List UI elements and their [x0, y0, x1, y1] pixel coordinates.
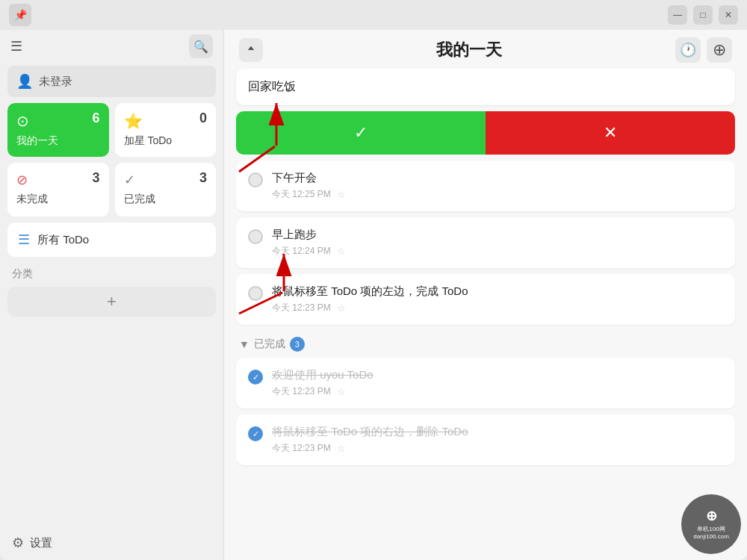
card-my-day[interactable]: ⊙ 我的一天 6: [7, 103, 109, 157]
main-content: 我的一天 🕐 ⊕ 回家吃饭 ✓: [224, 30, 747, 560]
completed-time-0: 今天 12:23 PM: [272, 385, 331, 398]
todo-check-0[interactable]: ✓: [248, 370, 263, 385]
todo-item-2[interactable]: 将鼠标移至 ToDo 项的左边，完成 ToDo 今天 12:23 PM ☆: [236, 274, 735, 325]
completed-section-header[interactable]: ▼ 已完成 3: [236, 331, 735, 358]
title-bar: 📌 — □ ✕: [0, 0, 747, 30]
completed-body-1: 将鼠标移至 ToDo 项的右边，删除 ToDo 今天 12:23 PM ☆: [272, 425, 723, 455]
menu-icon[interactable]: ☰: [10, 38, 22, 55]
todo-title-0: 下午开会: [272, 171, 723, 185]
todo-star-2[interactable]: ☆: [337, 302, 346, 314]
card-completed[interactable]: ✓ 已完成 3: [115, 163, 217, 217]
todo-body-0: 下午开会 今天 12:25 PM ☆: [272, 171, 723, 201]
sidebar-top-bar: ☰ 🔍: [0, 30, 223, 63]
complete-button[interactable]: ✓: [236, 111, 486, 155]
todo-star-1[interactable]: ☆: [337, 246, 346, 257]
completed-star-0[interactable]: ☆: [337, 386, 346, 397]
settings-icon: ⚙: [12, 535, 24, 551]
history-button[interactable]: 🕐: [675, 37, 701, 63]
section-title: 分类: [0, 260, 223, 284]
sidebar: ☰ 🔍 👤 未登录 ⊙ 我的一天 6 ⭐ 加: [0, 30, 224, 560]
user-section[interactable]: 👤 未登录: [7, 66, 216, 97]
todo-time-2: 今天 12:23 PM: [272, 302, 331, 314]
search-button[interactable]: 🔍: [189, 34, 213, 58]
todo-list: 回家吃饭 ✓ ✕ 下午开会 今: [224, 69, 747, 560]
pin-button[interactable]: 📌: [9, 4, 31, 26]
incomplete-icon: ⊘: [16, 172, 100, 188]
completed-star-1[interactable]: ☆: [337, 443, 346, 454]
nav-button[interactable]: [239, 38, 263, 62]
todo-title-2: 将鼠标移至 ToDo 项的左边，完成 ToDo: [272, 284, 723, 299]
todo-item[interactable]: 下午开会 今天 12:25 PM ☆: [236, 161, 735, 211]
completed-meta-0: 今天 12:23 PM ☆: [272, 385, 723, 398]
close-button[interactable]: ✕: [719, 5, 738, 25]
card-incomplete[interactable]: ⊘ 未完成 3: [7, 163, 109, 217]
x-icon: ✕: [604, 123, 617, 143]
settings-label: 设置: [30, 536, 52, 550]
main-header: 我的一天 🕐 ⊕: [224, 30, 747, 69]
add-category-button[interactable]: +: [7, 287, 216, 317]
completed-count: 3: [199, 170, 207, 186]
chevron-down-icon: ▼: [239, 338, 249, 350]
all-todo-icon: ☰: [18, 231, 30, 248]
todo-time-1: 今天 12:24 PM: [272, 245, 331, 258]
completed-badge: 3: [290, 337, 305, 352]
header-actions: 🕐 ⊕: [675, 37, 732, 63]
todo-body-2: 将鼠标移至 ToDo 项的左边，完成 ToDo 今天 12:23 PM ☆: [272, 284, 723, 314]
nav-arrows-icon: [245, 44, 257, 56]
sidebar-item-all-todo[interactable]: ☰ 所有 ToDo: [7, 223, 216, 257]
checkmark-icon: ✓: [354, 123, 368, 143]
settings-section[interactable]: ⚙ 设置: [0, 526, 223, 560]
incomplete-count: 3: [92, 170, 99, 186]
todo-circle-0[interactable]: [248, 172, 263, 187]
history-icon: 🕐: [680, 42, 696, 58]
user-icon: 👤: [16, 73, 33, 90]
main-title: 我的一天: [436, 39, 502, 61]
completed-label: 已完成: [124, 193, 208, 206]
app-body: ☰ 🔍 👤 未登录 ⊙ 我的一天 6 ⭐ 加: [0, 30, 747, 560]
completed-meta-1: 今天 12:23 PM ☆: [272, 442, 723, 455]
todo-item-1[interactable]: 早上跑步 今天 12:24 PM ☆: [236, 217, 735, 268]
watermark: ⊕ 单机100网danji100.com: [681, 494, 741, 554]
maximize-button[interactable]: □: [693, 5, 713, 25]
add-todo-button[interactable]: ⊕: [707, 37, 732, 63]
todo-title-1: 早上跑步: [272, 228, 723, 242]
todo-check-1[interactable]: ✓: [248, 426, 263, 441]
todo-circle-2[interactable]: [248, 286, 263, 301]
user-label: 未登录: [39, 75, 72, 89]
selected-todo-title: 回家吃饭: [248, 79, 296, 95]
completed-todo-item-0[interactable]: ✓ 欢迎使用 uyou ToDo 今天 12:23 PM ☆: [236, 358, 735, 408]
starred-icon: ⭐: [124, 112, 208, 130]
completed-icon: ✓: [124, 172, 208, 188]
cards-grid: ⊙ 我的一天 6 ⭐ 加星 ToDo 0 ⊘ 未完成 3: [0, 103, 223, 217]
todo-body-1: 早上跑步 今天 12:24 PM ☆: [272, 228, 723, 258]
completed-title-1: 将鼠标移至 ToDo 项的右边，删除 ToDo: [272, 425, 723, 439]
completed-todo-item-1[interactable]: ✓ 将鼠标移至 ToDo 项的右边，删除 ToDo 今天 12:23 PM ☆: [236, 414, 735, 465]
completed-body-0: 欢迎使用 uyou ToDo 今天 12:23 PM ☆: [272, 368, 723, 398]
watermark-plus: ⊕: [706, 508, 717, 524]
completed-time-1: 今天 12:23 PM: [272, 442, 331, 455]
todo-circle-1[interactable]: [248, 229, 263, 244]
app-window: 📌 — □ ✕ ☰ 🔍 👤 未登录 ⊙: [0, 0, 747, 560]
delete-button[interactable]: ✕: [486, 111, 735, 155]
action-buttons-row: ✓ ✕: [236, 111, 735, 155]
minimize-button[interactable]: —: [668, 5, 687, 25]
todo-meta-1: 今天 12:24 PM ☆: [272, 245, 723, 258]
my-day-label: 我的一天: [16, 134, 100, 148]
watermark-text: 单机100网danji100.com: [693, 526, 729, 541]
all-todo-label: 所有 ToDo: [37, 233, 89, 247]
add-icon: ⊕: [713, 40, 726, 60]
incomplete-label: 未完成: [16, 193, 100, 206]
completed-section-label: 已完成: [254, 337, 285, 351]
starred-count: 0: [199, 111, 207, 126]
my-day-count: 6: [92, 111, 99, 126]
window-controls: — □ ✕: [668, 5, 738, 25]
todo-time-0: 今天 12:25 PM: [272, 188, 331, 201]
todo-meta-0: 今天 12:25 PM ☆: [272, 188, 723, 201]
selected-todo-item[interactable]: 回家吃饭: [236, 69, 735, 105]
completed-title-0: 欢迎使用 uyou ToDo: [272, 368, 723, 382]
search-icon: 🔍: [193, 40, 208, 54]
card-starred[interactable]: ⭐ 加星 ToDo 0: [115, 103, 217, 157]
starred-label: 加星 ToDo: [124, 134, 208, 148]
todo-meta-2: 今天 12:23 PM ☆: [272, 302, 723, 314]
todo-star-0[interactable]: ☆: [337, 189, 346, 200]
